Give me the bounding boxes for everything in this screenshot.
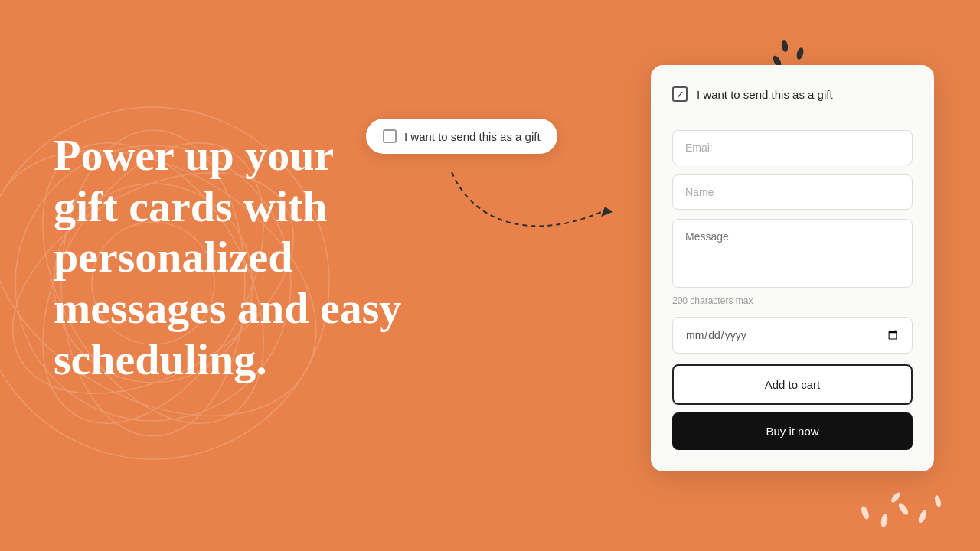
- gift-checkbox-label: I want to send this as a gift: [697, 88, 833, 101]
- date-input[interactable]: [672, 317, 913, 354]
- char-limit-text: 200 characters max: [672, 295, 913, 306]
- bubble-checkbox[interactable]: [383, 129, 397, 143]
- svg-point-15: [860, 505, 871, 520]
- message-input[interactable]: [672, 219, 913, 288]
- left-content: Power up your gift cards with personaliz…: [54, 130, 406, 385]
- svg-point-10: [795, 47, 805, 60]
- name-input[interactable]: [672, 174, 913, 210]
- right-panel: ✓ I want to send this as a gift 200 char…: [651, 65, 934, 471]
- svg-point-17: [897, 501, 910, 516]
- svg-point-9: [781, 39, 789, 52]
- bubble-label: I want to send this as a gift: [404, 130, 541, 143]
- headline: Power up your gift cards with personaliz…: [54, 130, 406, 385]
- gift-checkbox-checked[interactable]: ✓: [672, 86, 688, 102]
- seeds-bottom-decoration: [850, 467, 949, 536]
- floating-gift-bubble[interactable]: I want to send this as a gift: [366, 119, 557, 154]
- checkmark-icon: ✓: [676, 90, 684, 99]
- gift-checkbox-row[interactable]: ✓ I want to send this as a gift: [672, 86, 913, 116]
- svg-point-16: [880, 513, 888, 527]
- svg-point-18: [917, 509, 929, 524]
- email-input[interactable]: [672, 130, 913, 165]
- add-to-cart-button[interactable]: Add to cart: [672, 364, 913, 405]
- svg-point-19: [934, 494, 942, 507]
- buy-it-now-button[interactable]: Buy it now: [672, 412, 913, 450]
- svg-point-20: [890, 491, 902, 504]
